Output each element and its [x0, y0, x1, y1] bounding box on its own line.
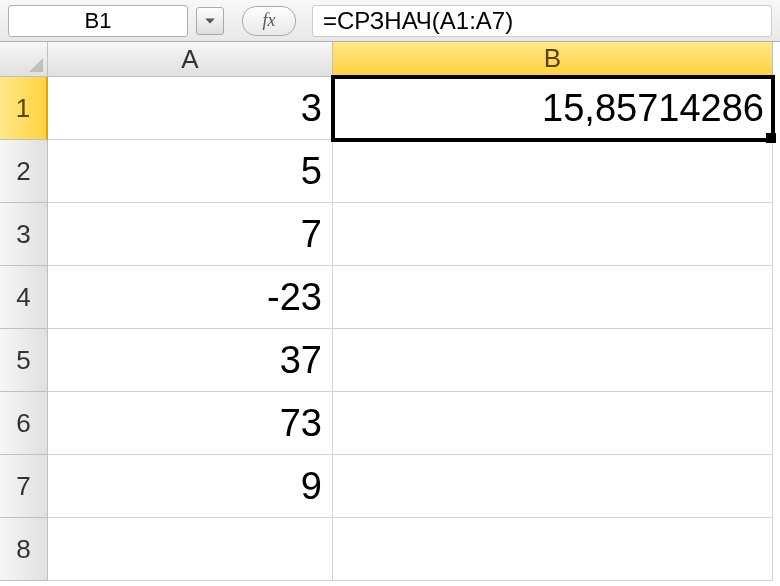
row-header-7[interactable]: 7 [0, 455, 48, 518]
table-row: 8 [0, 518, 780, 581]
row-label: 8 [16, 534, 30, 565]
table-row: 1 3 15,85714286 [0, 77, 780, 140]
spreadsheet-grid: A B 1 3 15,85714286 2 5 3 7 4 -23 5 37 6… [0, 42, 780, 581]
table-row: 6 73 [0, 392, 780, 455]
cell-value: 37 [280, 339, 322, 382]
fill-handle[interactable] [766, 133, 776, 143]
cell-B7[interactable] [333, 455, 773, 518]
column-label: B [544, 43, 561, 74]
formula-text: =СРЗНАЧ(A1:A7) [323, 7, 513, 35]
cell-A6[interactable]: 73 [48, 392, 333, 455]
row-header-5[interactable]: 5 [0, 329, 48, 392]
cell-A1[interactable]: 3 [48, 77, 333, 140]
cell-B2[interactable] [333, 140, 773, 203]
cell-value: 15,85714286 [542, 87, 764, 130]
row-label: 4 [16, 282, 30, 313]
column-label: A [181, 44, 198, 75]
column-header-B[interactable]: B [333, 42, 773, 77]
column-header-A[interactable]: A [48, 42, 333, 77]
row-label: 3 [16, 219, 30, 250]
table-row: 5 37 [0, 329, 780, 392]
table-row: 7 9 [0, 455, 780, 518]
name-box-dropdown[interactable] [196, 7, 224, 35]
row-label: 7 [16, 471, 30, 502]
cell-value: 3 [301, 87, 322, 130]
cell-B4[interactable] [333, 266, 773, 329]
chevron-down-icon [204, 15, 216, 27]
column-headers: A B [0, 42, 780, 77]
cell-A5[interactable]: 37 [48, 329, 333, 392]
cell-reference: B1 [85, 8, 112, 34]
row-label: 5 [16, 345, 30, 376]
cell-value: 7 [301, 213, 322, 256]
fx-label: fx [263, 10, 276, 31]
cell-A8[interactable] [48, 518, 333, 581]
cell-value: 5 [301, 150, 322, 193]
cell-A3[interactable]: 7 [48, 203, 333, 266]
cell-B6[interactable] [333, 392, 773, 455]
table-row: 4 -23 [0, 266, 780, 329]
row-header-2[interactable]: 2 [0, 140, 48, 203]
select-all-icon [29, 58, 43, 72]
formula-input[interactable]: =СРЗНАЧ(A1:A7) [312, 5, 772, 37]
table-row: 3 7 [0, 203, 780, 266]
row-header-1[interactable]: 1 [0, 77, 48, 140]
cell-A7[interactable]: 9 [48, 455, 333, 518]
row-label: 2 [16, 156, 30, 187]
cell-A2[interactable]: 5 [48, 140, 333, 203]
cell-B1[interactable]: 15,85714286 [331, 75, 775, 142]
name-box[interactable]: B1 [8, 5, 188, 37]
cell-B5[interactable] [333, 329, 773, 392]
select-all-corner[interactable] [0, 42, 48, 77]
cell-value: 9 [301, 465, 322, 508]
cell-A4[interactable]: -23 [48, 266, 333, 329]
cell-B3[interactable] [333, 203, 773, 266]
row-label: 6 [16, 408, 30, 439]
cell-value: -23 [267, 276, 322, 319]
row-header-6[interactable]: 6 [0, 392, 48, 455]
row-header-4[interactable]: 4 [0, 266, 48, 329]
table-row: 2 5 [0, 140, 780, 203]
cell-B8[interactable] [333, 518, 773, 581]
formula-bar: B1 fx =СРЗНАЧ(A1:A7) [0, 0, 780, 42]
cell-value: 73 [280, 402, 322, 445]
row-header-8[interactable]: 8 [0, 518, 48, 581]
insert-function-button[interactable]: fx [242, 6, 296, 36]
row-header-3[interactable]: 3 [0, 203, 48, 266]
row-label: 1 [16, 93, 30, 124]
